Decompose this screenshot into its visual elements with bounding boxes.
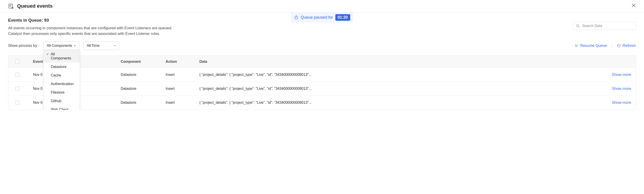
select-all-checkbox[interactable] bbox=[15, 60, 19, 64]
row-checkbox[interactable] bbox=[15, 87, 19, 91]
cell-action: Insert bbox=[166, 101, 200, 105]
component-dropdown-menu: All Components Datastore Cache Authentic… bbox=[44, 50, 80, 110]
table-row: Nov 0 Datastore Insert { "project_detail… bbox=[8, 96, 636, 110]
svg-line-11 bbox=[578, 26, 580, 28]
pause-text: Queue paused for bbox=[300, 15, 333, 20]
dropdown-item-authentication[interactable]: Authentication bbox=[44, 80, 80, 88]
events-table: Event Component Action Data Nov 0 Datast… bbox=[8, 55, 636, 110]
cell-data: { "project_details": { "project_type": "… bbox=[200, 87, 609, 91]
dropdown-item-cache[interactable]: Cache bbox=[44, 71, 80, 80]
resume-queue-button[interactable]: Resume Queue bbox=[575, 44, 607, 48]
cell-data: { "project_details": { "project_type": "… bbox=[200, 73, 609, 77]
dropdown-item-all-components[interactable]: All Components bbox=[44, 50, 80, 63]
row-checkbox[interactable] bbox=[15, 73, 19, 77]
dropdown-item-datastore[interactable]: Datastore bbox=[44, 63, 80, 71]
table-row: Nov 0 Datastore Insert { "project_detail… bbox=[8, 68, 636, 82]
resume-queue-label: Resume Queue bbox=[580, 44, 607, 48]
pause-timer: 01:20 bbox=[335, 14, 350, 21]
show-more-link[interactable]: Show more bbox=[612, 86, 631, 91]
stopwatch-icon bbox=[294, 15, 298, 20]
queue-icon bbox=[8, 3, 14, 9]
time-dropdown-value: All Time bbox=[87, 44, 100, 48]
svg-point-10 bbox=[576, 24, 579, 27]
action-divider bbox=[612, 43, 612, 48]
cell-component: Datastore bbox=[121, 87, 166, 91]
play-icon bbox=[575, 44, 578, 48]
page-title: Queued events bbox=[17, 3, 52, 9]
chevron-up-icon bbox=[74, 45, 76, 47]
header-data: Data bbox=[200, 60, 636, 64]
refresh-button[interactable]: Refresh bbox=[617, 44, 636, 48]
filter-label: Show process by : bbox=[8, 44, 39, 48]
time-dropdown[interactable]: All Time bbox=[84, 41, 119, 50]
search-box[interactable] bbox=[573, 22, 636, 30]
dropdown-item-web-client[interactable]: Web Client bbox=[44, 105, 80, 110]
show-more-link[interactable]: Show more bbox=[612, 100, 631, 105]
search-icon bbox=[576, 24, 580, 28]
cell-action: Insert bbox=[166, 73, 200, 77]
table-row: Nov 0 Datastore Insert { "project_detail… bbox=[8, 82, 636, 96]
svg-marker-12 bbox=[576, 45, 578, 47]
cell-data: { "project_details": { "project_type": "… bbox=[200, 101, 609, 105]
dropdown-item-filestore[interactable]: Filestore bbox=[44, 88, 80, 97]
close-icon[interactable] bbox=[632, 3, 636, 8]
cell-action: Insert bbox=[166, 87, 200, 91]
pause-banner: Queue paused for 01:20 bbox=[291, 12, 353, 23]
chevron-down-icon bbox=[114, 45, 116, 47]
cell-component: Datastore bbox=[121, 101, 166, 105]
header-action: Action bbox=[166, 60, 200, 64]
search-input[interactable] bbox=[582, 24, 633, 28]
dropdown-item-github[interactable]: Github bbox=[44, 97, 80, 105]
refresh-icon bbox=[617, 44, 620, 48]
show-more-link[interactable]: Show more bbox=[612, 73, 631, 77]
row-checkbox[interactable] bbox=[15, 101, 19, 105]
controls-row: Show process by : All Components All Com… bbox=[8, 41, 636, 50]
cell-component: Datastore bbox=[121, 73, 166, 77]
component-dropdown-value: All Components bbox=[47, 44, 72, 48]
page-header: Queued events bbox=[0, 0, 644, 12]
component-dropdown[interactable]: All Components All Components Datastore … bbox=[44, 41, 79, 50]
header-component: Component bbox=[121, 60, 166, 64]
refresh-label: Refresh bbox=[622, 44, 636, 48]
queue-description: All events occurring in component instan… bbox=[8, 26, 186, 37]
table-header-row: Event Component Action Data bbox=[8, 56, 636, 68]
